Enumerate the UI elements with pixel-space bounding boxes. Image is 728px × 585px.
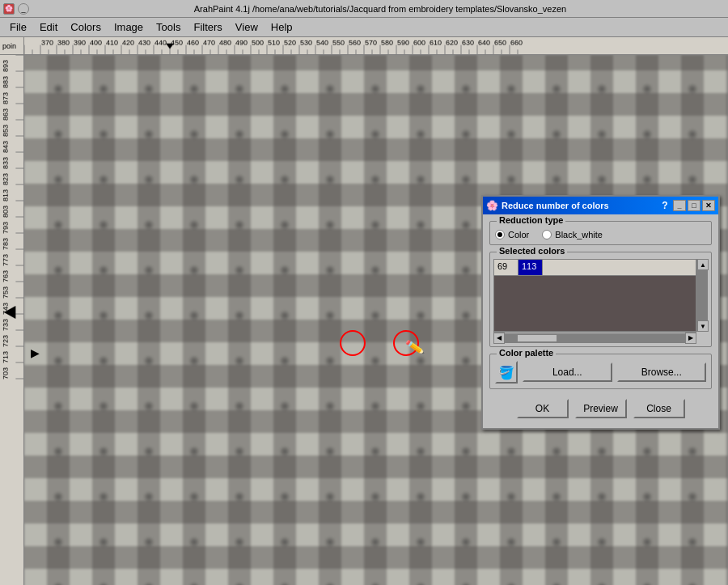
color-hscroll[interactable]: ◀ ▶ <box>493 332 696 343</box>
horizontal-ruler <box>24 37 728 55</box>
vscroll-track[interactable] <box>697 270 708 320</box>
reduction-type-group: Reduction type Color Black_white <box>489 221 712 245</box>
color-hscroll-left[interactable]: ◀ <box>493 333 505 344</box>
menu-filters[interactable]: Filters <box>187 19 228 35</box>
load-button[interactable]: Load... <box>523 362 612 382</box>
dialog-title-bar: 🌸 Reduce number of colors ? _ □ ✕ <box>483 197 718 214</box>
radio-color-dot <box>497 232 502 237</box>
radio-color-label: Color <box>508 230 529 240</box>
menu-image[interactable]: Image <box>108 19 150 35</box>
color-vscroll: ▲ ▼ <box>696 259 708 332</box>
color-palette-label: Color palette <box>497 348 556 358</box>
browse-button[interactable]: Browse... <box>617 362 707 382</box>
vscroll-up-btn[interactable]: ▲ <box>697 259 709 270</box>
color-list-container: 69 113 <box>493 259 696 332</box>
menu-file[interactable]: File <box>3 19 33 35</box>
menu-view[interactable]: View <box>229 19 265 35</box>
color-hscroll-track[interactable] <box>505 333 685 343</box>
palette-row: 🪣 Load... Browse... <box>495 361 706 384</box>
reduce-colors-dialog: 🌸 Reduce number of colors ? _ □ ✕ Reduct… <box>481 195 720 430</box>
color-display-area: 69 113 ▲ ▼ <box>493 259 708 332</box>
dialog-maximize-btn[interactable]: □ <box>688 200 700 211</box>
color-palette-group: Color palette 🪣 Load... Browse... <box>489 354 712 389</box>
menu-help[interactable]: Help <box>265 19 299 35</box>
minimize-btn-main[interactable]: _ <box>18 3 29 15</box>
dialog-icon: 🌸 <box>486 200 498 211</box>
menu-tools[interactable]: Tools <box>150 19 187 35</box>
color-swatch[interactable] <box>494 276 696 331</box>
selected-colors-label-text: Selected colors <box>497 246 567 256</box>
palette-icon-button[interactable]: 🪣 <box>495 361 518 384</box>
radio-color-circle[interactable] <box>495 230 505 240</box>
dialog-help-btn[interactable]: ? <box>658 200 671 211</box>
main-area: poin ✏️ ▶ ◀ ▶ 🌸 Reduce number of <box>0 37 728 585</box>
radio-color[interactable]: Color <box>495 230 529 240</box>
radio-bw-label: Black_white <box>555 230 603 240</box>
reduction-type-label: Reduction type <box>497 215 565 225</box>
menu-bar: File Edit Colors Image Tools Filters Vie… <box>0 18 728 37</box>
selection-circle-1 <box>340 330 366 356</box>
color-num-69[interactable]: 69 <box>494 260 518 275</box>
app-icon: 🌸 <box>3 3 15 15</box>
dialog-title: Reduce number of colors <box>502 201 609 210</box>
color-number-row: 69 113 <box>494 260 696 276</box>
dialog-minimize-btn[interactable]: _ <box>673 200 686 211</box>
vertical-ruler <box>0 55 24 585</box>
color-hscroll-thumb[interactable] <box>517 334 557 342</box>
poin-label: poin <box>2 42 16 50</box>
close-button[interactable]: Close <box>633 399 685 418</box>
ruler-corner: poin <box>0 37 24 55</box>
menu-colors[interactable]: Colors <box>64 19 108 35</box>
color-hscroll-right[interactable]: ▶ <box>685 333 696 344</box>
color-num-113[interactable]: 113 <box>518 260 543 275</box>
radio-row: Color Black_white <box>495 230 706 240</box>
title-bar: 🌸 _ ArahPaint 4.1j /home/ana/web/tutoria… <box>0 0 728 18</box>
preview-button[interactable]: Preview <box>575 399 627 418</box>
ok-button[interactable]: OK <box>517 399 569 418</box>
window-controls: 🌸 _ <box>3 3 29 15</box>
dialog-close-btn[interactable]: ✕ <box>702 200 715 211</box>
radio-bw-circle[interactable] <box>542 230 552 240</box>
window-title: ArahPaint 4.1j /home/ana/web/tutorials/J… <box>36 4 725 14</box>
menu-edit[interactable]: Edit <box>33 19 64 35</box>
selected-colors-group: Selected colors 69 113 ▲ <box>489 252 712 347</box>
radio-blackwhite[interactable]: Black_white <box>542 230 603 240</box>
left-arrow-indicator: ▶ <box>31 346 40 359</box>
dialog-body: Reduction type Color Black_white <box>483 214 718 428</box>
dialog-controls: ? _ □ ✕ <box>658 200 715 211</box>
dialog-buttons: OK Preview Close <box>489 396 712 422</box>
pencil-cursor-icon: ✏️ <box>404 337 425 357</box>
vscroll-down-btn[interactable]: ▼ <box>697 320 709 332</box>
